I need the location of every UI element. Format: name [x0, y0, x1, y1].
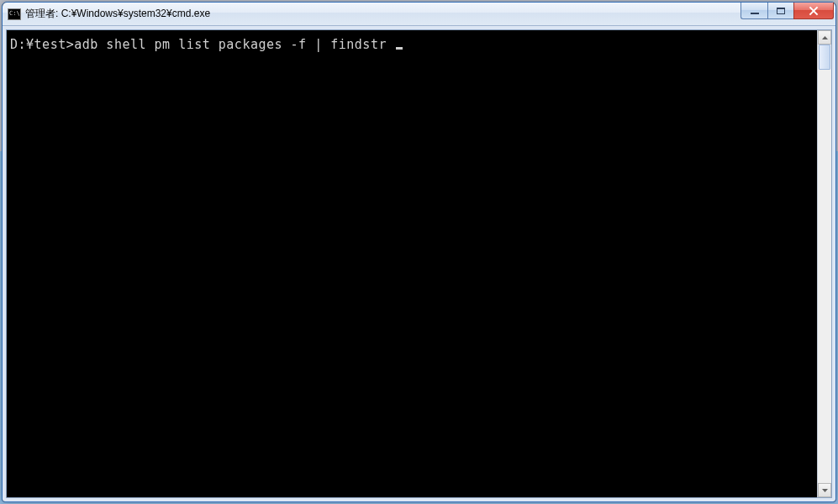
- window-title: 管理者: C:¥Windows¥system32¥cmd.exe: [25, 7, 740, 21]
- close-icon: [809, 6, 819, 16]
- app-icon-glyph: C:\: [9, 11, 20, 17]
- maximize-button[interactable]: [767, 3, 794, 19]
- maximize-icon: [777, 8, 785, 14]
- vertical-scrollbar[interactable]: [817, 30, 831, 497]
- chevron-up-icon: [822, 36, 828, 39]
- svg-marker-1: [822, 489, 828, 492]
- scroll-up-button[interactable]: [818, 30, 831, 45]
- prompt-text: D:¥test>: [10, 37, 74, 52]
- cmd-window: C:\ 管理者: C:¥Windows¥system32¥cmd.exe D:¥…: [2, 2, 836, 502]
- minimize-button[interactable]: [740, 3, 767, 19]
- scroll-down-button[interactable]: [818, 483, 831, 497]
- close-button[interactable]: [793, 3, 834, 19]
- scroll-track[interactable]: [818, 45, 831, 483]
- window-body: D:¥test>adb shell pm list packages -f | …: [3, 26, 835, 501]
- terminal-frame: D:¥test>adb shell pm list packages -f | …: [6, 29, 832, 498]
- cursor: [396, 47, 403, 50]
- svg-marker-0: [822, 36, 828, 39]
- scroll-thumb[interactable]: [819, 45, 830, 70]
- command-text: adb shell pm list packages -f | findstr: [74, 37, 394, 52]
- chevron-down-icon: [822, 489, 828, 492]
- titlebar[interactable]: C:\ 管理者: C:¥Windows¥system32¥cmd.exe: [3, 3, 835, 26]
- terminal-output[interactable]: D:¥test>adb shell pm list packages -f | …: [7, 30, 817, 497]
- window-controls: [740, 3, 834, 25]
- app-icon[interactable]: C:\: [8, 8, 21, 20]
- minimize-icon: [751, 13, 759, 14]
